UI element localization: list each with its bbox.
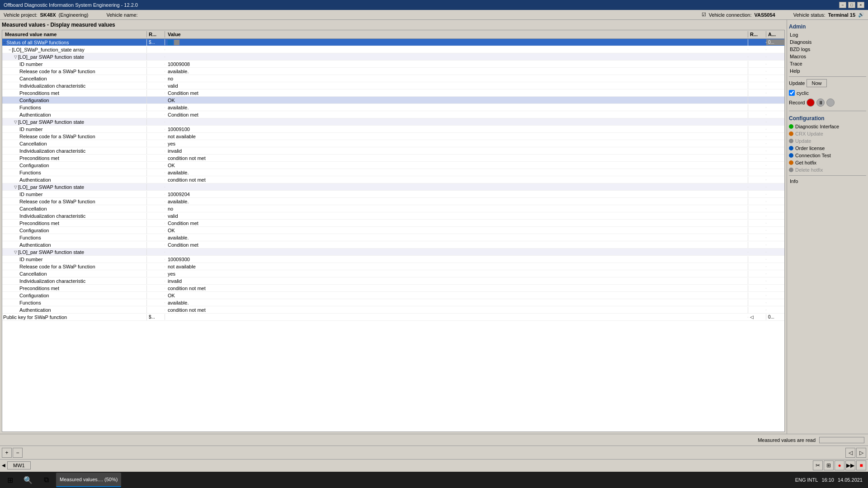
table-row[interactable]: Functionsavailable. [2,104,784,111]
tree-toggle-icon[interactable]: − [9,47,11,52]
table-header: Measured value name R... Value R... A... [2,30,784,39]
tree-toggle-icon[interactable]: ▽ [14,55,17,59]
table-row[interactable]: ID number10009100 [2,126,784,133]
table-row[interactable]: ▽[LO]_par SWAP function state [2,53,784,61]
config-item-3[interactable]: Order license [789,145,866,151]
record-pause-button[interactable]: ⏸ [816,99,825,107]
table-row[interactable]: ID number10009008 [2,61,784,68]
table-row[interactable]: Individualization characteristicvalid [2,82,784,89]
table-row[interactable]: −[LO]_SWaP_function_state array [2,46,784,53]
taskbar-app-item[interactable]: Measured values.... (50%) [56,473,121,487]
cell-value: available. [165,198,748,205]
table-row[interactable]: ▽[LO]_par SWAP function state [2,249,784,256]
table-row[interactable]: Preconditions metcondition not met [2,155,784,162]
row-name-text: Preconditions met [19,155,59,161]
table-row[interactable]: Preconditions metCondition met [2,89,784,97]
table-row[interactable]: Cancellationyes [2,140,784,147]
config-item-0[interactable]: Diagnostic Interface [789,123,866,130]
table-row[interactable]: Cancellationno [2,75,784,82]
remove-button[interactable]: − [13,448,23,458]
record-stop-button[interactable] [826,99,835,107]
cell-r2 [748,107,766,108]
sidebar-help[interactable]: Help [789,68,866,74]
tab-mw1[interactable]: MW1 [7,461,31,469]
maximize-button[interactable]: □ [848,2,855,8]
nav-left-button[interactable]: ◁ [845,448,855,458]
table-row[interactable]: Individualization characteristicvalid [2,212,784,220]
tab-tool-2[interactable]: ⊞ [824,460,834,470]
taskbar-task-view[interactable]: ⧉ [38,473,54,487]
table-row[interactable]: Functionsavailable. [2,234,784,241]
table-row[interactable]: ▽[LO]_par SWAP function state [2,118,784,126]
cell-name: Authentication [2,242,147,248]
table-row[interactable]: ConfigurationOK [2,162,784,169]
tree-toggle-icon[interactable]: ▽ [14,120,17,124]
sidebar-diagnosis[interactable]: Diagnosis [789,39,866,45]
nav-right-button[interactable]: ▷ [856,448,866,458]
table-row[interactable]: Cancellationyes [2,270,784,277]
tree-toggle-icon[interactable]: ▽ [14,250,17,254]
table-row[interactable]: Preconditions metCondition met [2,220,784,227]
divider-2 [789,111,866,111]
cell-r [147,114,165,115]
tab-tool-1[interactable]: ✂ [813,460,823,470]
table-row[interactable]: AuthenticationCondition met [2,241,784,249]
tree-toggle-icon[interactable]: ▽ [14,185,17,189]
table-row[interactable]: Functionsavailable. [2,169,784,176]
cell-name: ID number [2,191,147,197]
table-row[interactable]: Authenticationcondition not met [2,176,784,183]
update-now-button[interactable]: Now [807,79,826,87]
start-button[interactable]: ⊞ [2,473,18,487]
table-row[interactable]: −Status of all SWaP functions$...0... [2,39,784,46]
taskbar-search[interactable]: 🔍 [20,473,36,487]
measured-values-table[interactable]: Measured value name R... Value R... A...… [2,30,785,432]
table-row[interactable]: Authenticationcondition not met [2,306,784,314]
taskbar-date: 14.05.2021 [838,477,863,483]
sidebar-info[interactable]: Info [789,178,866,184]
table-row[interactable]: ConfigurationOK [2,227,784,234]
add-button[interactable]: + [2,448,12,458]
cyclic-checkbox[interactable] [789,90,795,96]
config-item-4[interactable]: Connection Test [789,152,866,159]
sidebar-trace[interactable]: Trace [789,61,866,67]
table-row[interactable]: Release code for a SWaP functionavailabl… [2,68,784,75]
config-item-6[interactable]: Delete hotfix [789,167,866,173]
table-row[interactable]: ConfigurationOK [2,292,784,299]
sidebar-bzd-logs[interactable]: BZD logs [789,46,866,52]
record-start-button[interactable] [807,99,815,107]
cell-a [766,85,784,86]
cell-name: Authentication [2,307,147,313]
cell-value: available. [165,68,748,75]
table-row[interactable]: ▽[LO]_par SWAP function state [2,183,784,191]
cell-a [766,208,784,209]
table-row[interactable]: Individualization characteristicinvalid [2,277,784,285]
close-button[interactable]: × [857,2,864,8]
table-row[interactable]: Release code for a SWaP functionnot avai… [2,133,784,140]
sidebar-log[interactable]: Log [789,32,866,38]
table-row[interactable]: ConfigurationOK [2,97,784,104]
sidebar-macros[interactable]: Macros [789,53,866,60]
config-item-1[interactable]: CRX Update [789,131,866,137]
config-item-2[interactable]: Update [789,138,866,144]
minimize-button[interactable]: − [839,2,846,8]
table-row[interactable]: ID number10009204 [2,191,784,198]
tab-nav-button[interactable]: ▶▶ [845,460,855,470]
table-row[interactable]: Functionsavailable. [2,299,784,306]
tab-stop-button[interactable]: ■ [856,460,866,470]
row-name-text: Individualization characteristic [19,278,85,284]
table-row[interactable]: Public key for SWaP function$...◁0... [2,314,784,321]
config-item-5[interactable]: Get hotfix [789,160,866,166]
record-section: Record ⏸ [789,99,866,107]
cell-value [165,56,748,57]
table-row[interactable]: Release code for a SWaP functionavailabl… [2,198,784,205]
tree-toggle-icon[interactable]: − [3,40,5,45]
table-row[interactable]: Release code for a SWaP functionnot avai… [2,263,784,270]
table-row[interactable]: Cancellationno [2,205,784,212]
table-row[interactable]: Preconditions metcondition not met [2,285,784,292]
cell-value: Condition met [165,220,748,226]
table-row[interactable]: ID number10009300 [2,256,784,263]
table-row[interactable]: AuthenticationCondition met [2,111,784,118]
cell-name: ID number [2,61,147,67]
tab-tool-3[interactable]: ● [835,460,844,470]
table-row[interactable]: Individualization characteristicinvalid [2,147,784,155]
